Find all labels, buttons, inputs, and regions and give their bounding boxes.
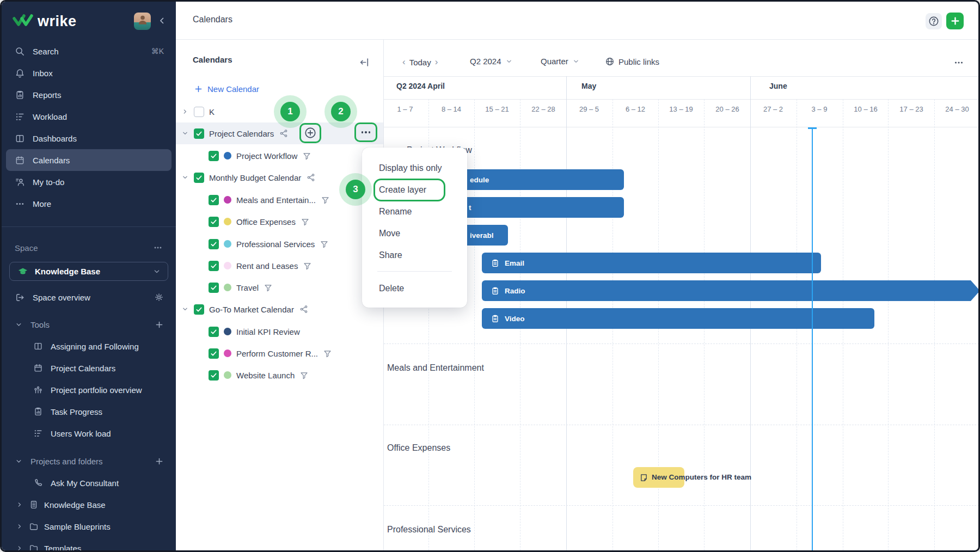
zoom-select[interactable]: Quarter	[541, 57, 580, 66]
add-project-icon[interactable]	[155, 457, 164, 466]
avatar[interactable]	[134, 13, 151, 30]
space-selector[interactable]: Knowledge Base	[9, 262, 168, 281]
menu-item-move[interactable]: Move	[362, 223, 467, 244]
filter-icon[interactable]	[303, 261, 312, 271]
checkbox-checked[interactable]	[194, 173, 204, 183]
task-icon	[491, 314, 500, 323]
chevron-down-icon[interactable]	[181, 130, 189, 137]
sidebar-item-search[interactable]: Search⌘K	[6, 40, 171, 62]
filter-icon[interactable]	[302, 151, 311, 161]
chevron-down-icon[interactable]	[181, 305, 189, 313]
filter-icon[interactable]	[299, 371, 309, 380]
chevron-right-icon	[16, 544, 23, 552]
checkbox-checked[interactable]	[209, 370, 219, 381]
create-new-button[interactable]	[946, 13, 964, 29]
gantt-bar-radio[interactable]: Radio	[482, 280, 971, 301]
sidebar-collapse-icon[interactable]	[156, 15, 167, 26]
sidebar-item-calendars[interactable]: Calendars	[6, 149, 171, 171]
sidebar-item-ask-my-consultant[interactable]: Ask My Consultant	[6, 472, 171, 494]
tree-row-go-to-market-calendar[interactable]: Go-To Market Calendar	[181, 298, 309, 320]
add-layer-icon[interactable]	[304, 126, 317, 139]
sidebar-item-reports[interactable]: Reports	[6, 84, 171, 106]
sidebar-item-knowledge-base[interactable]: Knowledge Base	[6, 494, 171, 516]
tree-row-project-workflow[interactable]: Project Workflow	[209, 145, 311, 167]
step-badge-3: 3	[346, 180, 365, 199]
sidebar-item-sample-blueprints[interactable]: Sample Blueprints	[6, 516, 171, 537]
checkbox-checked[interactable]	[209, 283, 219, 293]
sidebar-item-workload[interactable]: Workload	[6, 106, 171, 127]
sidebar-item-inbox[interactable]: Inbox	[6, 62, 171, 84]
tree-row-k[interactable]: K	[181, 101, 215, 122]
prev-icon[interactable]: ‹	[402, 57, 406, 68]
sidebar-item-task-progress[interactable]: Task Progress	[6, 401, 171, 422]
menu-item-share[interactable]: Share	[362, 244, 467, 266]
sidebar-item-more[interactable]: More	[6, 193, 171, 214]
checkbox-checked[interactable]	[194, 128, 204, 139]
plus-icon	[950, 16, 960, 26]
menu-item-delete[interactable]: Delete	[362, 278, 467, 299]
step-badge-1: 1	[280, 102, 300, 121]
chevron-down-icon[interactable]	[181, 174, 189, 181]
sidebar-item-templates[interactable]: Templates	[6, 537, 171, 552]
period-select[interactable]: Q2 2024	[470, 57, 513, 66]
sidebar-item-dashboards[interactable]: Dashboards	[6, 127, 171, 149]
sidebar-item-space-overview[interactable]: Space overview	[6, 286, 171, 308]
new-calendar-button[interactable]: New Calendar	[194, 84, 259, 94]
chevron-right-icon[interactable]	[181, 108, 189, 115]
help-button[interactable]	[926, 13, 942, 29]
week-label: 24 – 30	[935, 105, 979, 113]
public-links-button[interactable]: Public links	[605, 57, 659, 66]
sidebar-item-project-calendars[interactable]: Project Calendars	[6, 357, 171, 379]
projects-folders-section-header[interactable]: Projects and folders	[6, 450, 171, 472]
menu-item-display-this-only[interactable]: Display this only	[362, 157, 467, 179]
tree-row-travel[interactable]: Travel	[209, 277, 273, 298]
gantt-bar-video[interactable]: Video	[482, 308, 874, 329]
space-menu-icon[interactable]	[153, 243, 163, 253]
tree-row-rent-and-leases[interactable]: Rent and Leases	[209, 255, 312, 277]
menu-item-rename[interactable]: Rename	[362, 201, 467, 223]
tree-row-meals-and-entertainment[interactable]: Meals and Entertain...	[209, 189, 330, 211]
sidebar-item-project-portfolio-overview[interactable]: Project portfolio overview	[6, 379, 171, 401]
filter-icon[interactable]	[301, 217, 310, 226]
note-item-title[interactable]: New Computers for HR team	[652, 473, 751, 481]
checkbox-unchecked[interactable]	[194, 107, 204, 117]
checkbox-checked[interactable]	[209, 217, 219, 227]
timeline-more-icon[interactable]	[953, 57, 964, 68]
checkbox-checked[interactable]	[209, 151, 219, 161]
sidebar-item-users-work-load[interactable]: Users Work load	[6, 422, 171, 444]
filter-icon[interactable]	[264, 283, 273, 292]
tools-section-header[interactable]: Tools	[6, 314, 171, 335]
tree-row-perform-customer-r[interactable]: Perform Customer R...	[209, 342, 332, 364]
wrike-logo-text: wrike	[38, 13, 77, 30]
share-icon[interactable]	[299, 304, 309, 314]
tree-row-initial-kpi-review[interactable]: Initial KPI Review	[209, 321, 300, 342]
add-tool-icon[interactable]	[155, 320, 164, 329]
today-button[interactable]: Today	[409, 58, 431, 67]
filter-icon[interactable]	[323, 349, 332, 358]
checkbox-checked[interactable]	[209, 327, 219, 337]
tree-row-professional-services[interactable]: Professional Services	[209, 233, 329, 255]
header-line	[384, 76, 980, 77]
gear-icon[interactable]	[154, 292, 164, 302]
plus-icon	[194, 84, 203, 94]
tree-row-project-calendars[interactable]: Project Calendars	[181, 122, 289, 144]
tree-row-monthly-budget-calendar[interactable]: Monthly Budget Calendar	[181, 167, 316, 188]
portfolio-icon	[33, 385, 43, 395]
filter-icon[interactable]	[321, 195, 330, 205]
collapse-panel-icon[interactable]	[359, 57, 370, 68]
checkbox-checked[interactable]	[209, 239, 219, 249]
share-icon[interactable]	[306, 173, 316, 182]
next-icon[interactable]: ›	[435, 57, 438, 68]
calendar-more-button[interactable]	[357, 125, 375, 140]
tree-row-website-launch[interactable]: Website Launch	[209, 364, 309, 386]
filter-icon[interactable]	[320, 240, 329, 249]
tree-row-office-expenses[interactable]: Office Expenses	[209, 211, 310, 232]
checkbox-checked[interactable]	[194, 304, 204, 315]
share-icon[interactable]	[279, 128, 289, 138]
checkbox-checked[interactable]	[209, 348, 219, 359]
checkbox-checked[interactable]	[209, 261, 219, 271]
sidebar-item-assigning-and-following[interactable]: Assigning and Following	[6, 335, 171, 357]
checkbox-checked[interactable]	[209, 195, 219, 205]
gantt-bar-email[interactable]: Email	[482, 253, 821, 273]
sidebar-item-my-todo[interactable]: My to-do	[6, 171, 171, 193]
